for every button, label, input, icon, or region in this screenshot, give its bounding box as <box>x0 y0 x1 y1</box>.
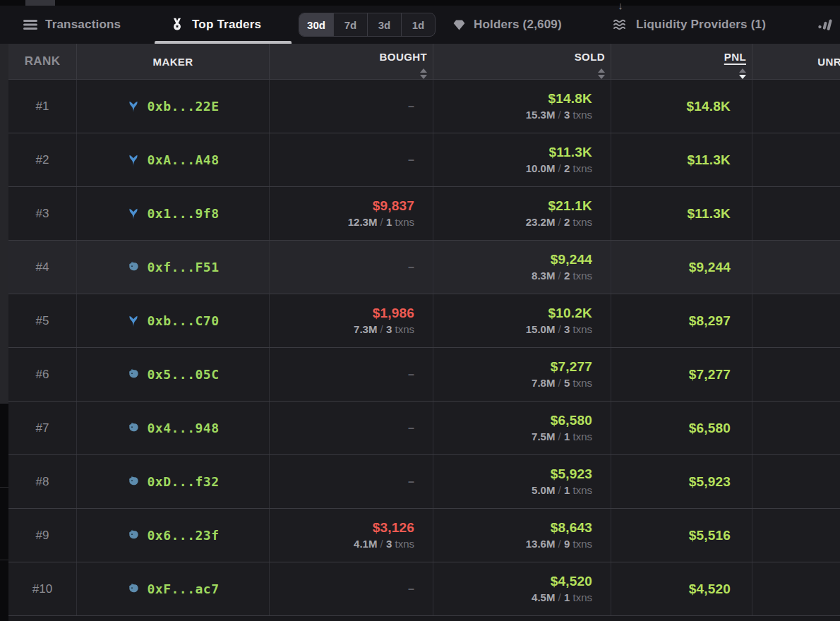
rail-divider <box>0 560 8 560</box>
table-row[interactable]: #1 0xb...22E – $14.8K15.3M / 3 txns $14.… <box>8 79 840 133</box>
maker-cell[interactable]: 0xD...f32 <box>76 455 269 508</box>
left-rail <box>0 44 8 621</box>
tab-holders[interactable]: Holders (2,609) <box>452 6 562 44</box>
rank-cell: #4 <box>8 241 76 294</box>
unrealized-cell <box>752 294 840 347</box>
whale-icon <box>126 207 140 221</box>
waves-icon <box>612 16 629 33</box>
unrealized-cell <box>752 80 840 133</box>
pnl-cell: $5,923 <box>611 455 752 508</box>
table-row[interactable]: #9 0x6...23f $3,1264.1M / 3 txns $8,6431… <box>8 508 840 562</box>
maker-address: 0xA...A48 <box>147 152 219 167</box>
table-row[interactable]: #2 0xA...A48 – $11.3K10.0M / 2 txns $11.… <box>8 133 840 186</box>
signal-icon <box>816 16 836 33</box>
maker-address: 0x5...05C <box>147 367 219 382</box>
maker-address: 0xD...f32 <box>147 474 219 489</box>
bought-cell: – <box>269 562 433 615</box>
maker-cell[interactable]: 0x6...23f <box>76 509 269 562</box>
maker-address: 0xF...ac7 <box>147 581 219 596</box>
sold-cell: $8,64313.6M / 9 txns <box>433 509 611 562</box>
sold-cell: $6,5807.5M / 1 txns <box>433 402 611 454</box>
unrealized-cell <box>752 509 840 562</box>
time-filter-1d[interactable]: 1d <box>401 13 435 36</box>
table-row[interactable]: #4 0xf...F51 – $9,2448.3M / 2 txns $9,24… <box>8 240 840 294</box>
table-row[interactable]: #8 0xD...f32 – $5,9235.0M / 1 txns $5,92… <box>8 454 840 508</box>
bought-cell: – <box>269 241 433 294</box>
bought-cell: $9,83712.3M / 1 txns <box>269 187 433 240</box>
maker-cell[interactable]: 0xF...ac7 <box>76 562 269 615</box>
time-filter-7d[interactable]: 7d <box>333 13 367 36</box>
maker-cell[interactable]: 0xb...22E <box>76 80 269 133</box>
table-row[interactable]: #3 0x1...9f8 $9,83712.3M / 1 txns $21.1K… <box>8 186 840 240</box>
tab-transactions[interactable]: Transactions <box>23 6 121 44</box>
rank-cell: #10 <box>8 562 76 615</box>
gem-icon <box>452 18 467 32</box>
medal-icon <box>169 17 185 32</box>
dolphin-icon <box>126 260 140 275</box>
sold-cell: $11.3K10.0M / 2 txns <box>433 133 611 186</box>
sold-cell: $21.1K23.2M / 2 txns <box>433 187 611 240</box>
top-traders-panel: ↓ Transactions Top Traders 30d 7d 3d 1d <box>0 0 840 621</box>
column-header-maker: MAKER <box>76 44 269 79</box>
table-row[interactable]: #6 0x5...05C – $7,2777.8M / 5 txns $7,27… <box>8 347 840 401</box>
rank-cell: #2 <box>8 133 76 186</box>
bought-cell: – <box>269 80 433 133</box>
unrealized-cell <box>752 241 840 294</box>
sold-cell: $4,5204.5M / 1 txns <box>433 562 611 615</box>
tab-liquidity-providers[interactable]: Liquidity Providers (1) <box>612 6 766 44</box>
scrollbar-nub <box>25 0 55 6</box>
unrealized-cell <box>752 402 840 454</box>
column-header-sold[interactable]: SOLD <box>433 44 611 79</box>
rank-cell: #8 <box>8 455 76 508</box>
sold-cell: $14.8K15.3M / 3 txns <box>433 80 611 133</box>
pnl-cell: $7,277 <box>611 348 752 401</box>
bought-cell: $3,1264.1M / 3 txns <box>269 509 433 562</box>
time-filter: 30d 7d 3d 1d <box>299 13 436 37</box>
rank-cell: #7 <box>8 402 76 454</box>
time-filter-30d[interactable]: 30d <box>299 13 333 36</box>
rank-cell: #5 <box>8 294 76 347</box>
column-header-bought[interactable]: BOUGHT <box>269 44 433 79</box>
maker-cell[interactable]: 0xf...F51 <box>76 241 269 294</box>
tab-top-traders[interactable]: Top Traders <box>169 6 261 44</box>
pnl-cell: $9,244 <box>611 241 752 294</box>
maker-address: 0x6...23f <box>147 528 219 543</box>
maker-cell[interactable]: 0x4...948 <box>76 402 269 454</box>
hamburger-icon <box>23 18 38 31</box>
pnl-cell: $11.3K <box>611 133 752 186</box>
maker-address: 0x1...9f8 <box>147 206 219 221</box>
table-row[interactable]: #10 0xF...ac7 – $4,5204.5M / 1 txns $4,5… <box>8 562 840 615</box>
column-header-rank: RANK <box>8 44 76 79</box>
trader-rows: #1 0xb...22E – $14.8K15.3M / 3 txns $14.… <box>8 79 840 615</box>
bought-cell: $1,9867.3M / 3 txns <box>269 294 433 347</box>
maker-address: 0xb...C70 <box>147 313 219 328</box>
pnl-cell: $14.8K <box>611 80 752 133</box>
unrealized-cell <box>752 455 840 508</box>
maker-cell[interactable]: 0xb...C70 <box>76 294 269 347</box>
table-row[interactable]: #7 0x4...948 – $6,5807.5M / 1 txns $6,58… <box>8 401 840 454</box>
time-filter-3d[interactable]: 3d <box>367 13 401 36</box>
dolphin-icon <box>126 421 140 435</box>
column-header-pnl[interactable]: PNL <box>611 44 752 79</box>
maker-cell[interactable]: 0x5...05C <box>76 348 269 401</box>
sort-icons <box>739 68 746 79</box>
tab-label: Top Traders <box>192 18 261 32</box>
pnl-cell: $6,580 <box>611 402 752 454</box>
sold-cell: $9,2448.3M / 2 txns <box>433 241 611 294</box>
tab-snipers[interactable] <box>816 6 836 44</box>
maker-address: 0x4...948 <box>147 421 219 435</box>
sort-icons <box>598 68 605 79</box>
pnl-cell: $5,516 <box>611 509 752 562</box>
tab-label: Liquidity Providers (1) <box>636 18 766 32</box>
table-row[interactable]: #5 0xb...C70 $1,9867.3M / 3 txns $10.2K1… <box>8 294 840 347</box>
column-header-unrealized[interactable]: UNREALIZED <box>752 44 840 79</box>
table-header: RANK MAKER BOUGHT SOLD PNL UNREALIZED <box>8 44 840 79</box>
tab-label: Transactions <box>45 18 121 32</box>
maker-cell[interactable]: 0xA...A48 <box>76 133 269 186</box>
maker-cell[interactable]: 0x1...9f8 <box>76 187 269 240</box>
sold-cell: $5,9235.0M / 1 txns <box>433 455 611 508</box>
bought-cell: – <box>269 402 433 454</box>
whale-icon <box>126 100 140 114</box>
pnl-cell: $4,520 <box>611 562 752 615</box>
unrealized-cell <box>752 133 840 186</box>
